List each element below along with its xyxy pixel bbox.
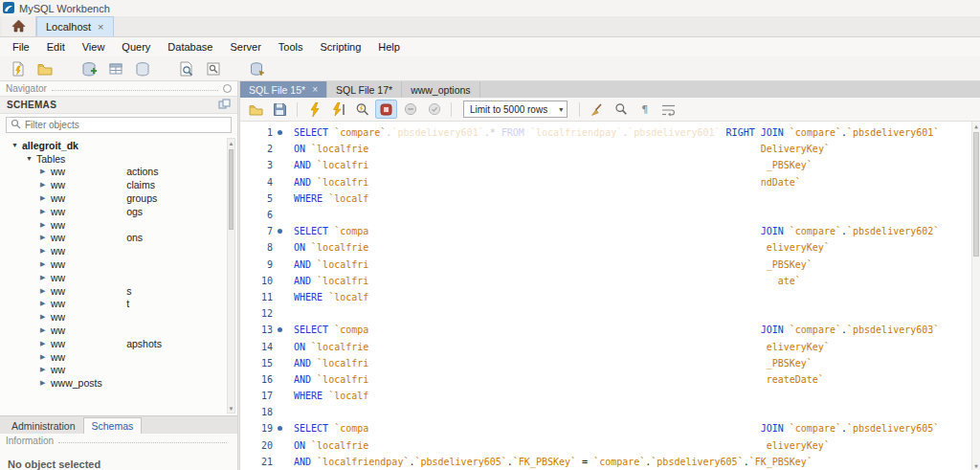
tree-scrollbar[interactable]: ▲ ▼ (227, 138, 235, 414)
beautify-script-icon[interactable] (586, 100, 608, 119)
tree-item-table[interactable]: ▶wwapshots (0, 337, 237, 350)
tree-item-table[interactable]: ▶wws (0, 284, 237, 298)
code-line[interactable]: 2ON `localfrieDeliveryKey` (240, 141, 980, 157)
expand-arrow-icon[interactable]: ▶ (40, 194, 51, 202)
menu-tools[interactable]: Tools (270, 38, 312, 56)
code-line[interactable]: 13SELECT `compaJOIN `compare`.`pbsdelive… (240, 322, 980, 338)
explain-statement-icon[interactable] (351, 100, 373, 119)
code-line[interactable]: 18 (240, 404, 980, 420)
scroll-up-icon[interactable]: ▲ (972, 122, 980, 130)
editor-tab-www-options[interactable]: www_options (402, 81, 479, 98)
expand-arrow-icon[interactable]: ▶ (40, 300, 51, 307)
limit-rows-dropdown[interactable]: Limit to 5000 rows ▾ (463, 101, 568, 118)
expand-arrow-icon[interactable]: ▶ (40, 274, 51, 281)
code-line[interactable]: 15AND `localfri_PBSKey` (240, 355, 980, 371)
expand-arrow-icon[interactable]: ▶ (40, 260, 51, 268)
sidebar-tab-schemas[interactable]: Schemas (83, 417, 143, 434)
code-line[interactable]: 17WHERE `localf (240, 388, 980, 404)
home-tab[interactable] (2, 16, 36, 36)
tree-item-table[interactable]: ▶ww (0, 324, 237, 337)
commit-transaction-icon[interactable] (423, 100, 445, 119)
code-line[interactable]: 12 (240, 305, 980, 322)
scroll-down-icon[interactable]: ▼ (972, 461, 980, 470)
tree-item-table[interactable]: ▶wwt (0, 298, 237, 311)
code-line[interactable]: 8ON `localfrieeliveryKey` (240, 239, 980, 256)
execute-current-statement-icon[interactable] (327, 100, 349, 119)
expand-arrow-icon[interactable]: ▶ (40, 287, 51, 295)
code-line[interactable]: 20ON `localfrieeliveryKey` (240, 437, 980, 454)
search-table-data-icon[interactable] (174, 58, 198, 79)
expand-arrow-icon[interactable]: ▶ (40, 340, 51, 347)
tree-item-table[interactable]: ▶wwgroups (0, 191, 237, 205)
tree-item-table[interactable]: ▶www_posts (0, 376, 237, 390)
tree-item-table[interactable]: ▶ww (0, 310, 237, 324)
code-line[interactable]: 21AND `localfriendpay`.`pbsdelivery605`.… (240, 454, 980, 470)
scrollbar-thumb[interactable] (229, 149, 234, 230)
wrap-text-icon[interactable] (657, 100, 679, 119)
refresh-schemas-icon[interactable] (218, 99, 231, 112)
reconnect-to-dbms-icon[interactable] (245, 58, 269, 79)
expand-arrow-icon[interactable]: ▶ (40, 366, 51, 373)
code-area[interactable]: 1SELECT `compare`.`pbsdelivery601`.* FRO… (240, 122, 980, 470)
expand-arrow-icon[interactable]: ▶ (40, 247, 51, 255)
scrollbar-thumb[interactable] (973, 132, 979, 257)
menu-view[interactable]: View (74, 38, 114, 56)
tree-item-table[interactable]: ▶ww (0, 271, 237, 284)
schemas-section-header[interactable]: SCHEMAS (0, 96, 237, 114)
create-new-table-icon[interactable] (103, 58, 127, 79)
new-query-tab-icon[interactable] (6, 58, 30, 79)
tree-item-table[interactable]: ▶ww (0, 218, 237, 232)
show-inspector-icon[interactable] (201, 58, 225, 79)
expand-arrow-icon[interactable]: ▶ (40, 181, 51, 189)
create-new-schema-icon[interactable] (77, 58, 100, 79)
editor-scrollbar[interactable]: ▲ ▼ (971, 122, 980, 470)
save-file-icon[interactable] (269, 100, 291, 119)
stop-query-icon[interactable] (399, 100, 421, 119)
tree-item-table[interactable]: ▶wwclaims (0, 178, 237, 191)
code-line[interactable]: 4AND `localfrindDate` (240, 174, 980, 190)
execute-statement-icon[interactable] (303, 100, 325, 119)
tree-item-table[interactable]: ▶ww (0, 257, 237, 271)
tree-item-table[interactable]: ▶ww (0, 364, 237, 377)
code-line[interactable]: 6 (240, 207, 980, 223)
code-line[interactable]: 7SELECT `compaJOIN `compare`.`pbsdeliver… (240, 223, 980, 239)
scroll-up-icon[interactable]: ▲ (228, 139, 234, 147)
tree-item-schema[interactable]: ▼ allegroit_dk (0, 139, 237, 152)
tree-item-table[interactable]: ▶wwons (0, 232, 237, 245)
close-icon[interactable]: × (312, 84, 318, 95)
tree-item-table[interactable]: ▶wwogs (0, 205, 237, 218)
code-line[interactable]: 14ON `localfrieeliveryKey` (240, 338, 980, 354)
expand-arrow-icon[interactable]: ▶ (40, 313, 51, 321)
code-line[interactable]: 1SELECT `compare`.`pbsdelivery601`.* FRO… (240, 124, 980, 141)
tree-item-tables[interactable]: ▼ Tables (0, 152, 237, 166)
expand-arrow-icon[interactable]: ▶ (40, 208, 51, 215)
expand-arrow-icon[interactable]: ▶ (40, 168, 51, 175)
expand-arrow-icon[interactable]: ▶ (40, 326, 51, 334)
expand-arrow-icon[interactable]: ▶ (40, 379, 51, 387)
menu-file[interactable]: File (4, 38, 38, 56)
panel-options-icon[interactable] (223, 84, 232, 93)
tree-item-table[interactable]: ▶ww (0, 350, 237, 364)
find-in-script-icon[interactable] (610, 100, 632, 119)
stop-on-error-toggle-icon[interactable] (375, 100, 397, 119)
open-sql-script-icon[interactable] (33, 58, 56, 79)
menu-help[interactable]: Help (369, 38, 409, 56)
show-invisible-chars-icon[interactable]: ¶ (634, 100, 656, 119)
collapse-arrow-icon[interactable]: ▼ (11, 142, 22, 148)
expand-arrow-icon[interactable]: ▶ (40, 353, 51, 361)
menu-server[interactable]: Server (221, 38, 269, 56)
menu-scripting[interactable]: Scripting (312, 38, 370, 56)
code-line[interactable]: 16AND `localfrireateDate` (240, 371, 980, 388)
menu-query[interactable]: Query (113, 38, 159, 56)
create-new-view-icon[interactable] (130, 58, 154, 79)
filter-box[interactable] (6, 117, 232, 133)
code-line[interactable]: 9AND `localfri_PBSKey` (240, 257, 980, 273)
menu-database[interactable]: Database (159, 38, 221, 56)
menu-edit[interactable]: Edit (38, 38, 74, 56)
sidebar-tab-administration[interactable]: Administration (4, 418, 83, 434)
editor-tab-sql-file-15[interactable]: SQL File 15*× (240, 81, 327, 98)
code-line[interactable]: 19SELECT `compaJOIN `compare`.`pbsdelive… (240, 420, 980, 436)
filter-objects-input[interactable] (25, 120, 227, 130)
code-line[interactable]: 5WHERE `localf (240, 190, 980, 207)
code-line[interactable]: 3AND `localfri_PBSKey` (240, 157, 980, 173)
